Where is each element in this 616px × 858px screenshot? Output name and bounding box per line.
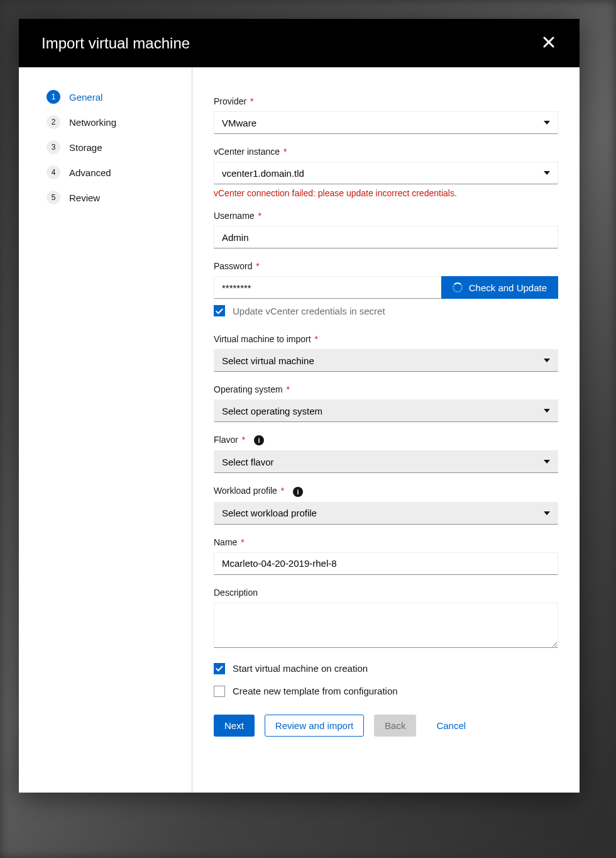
vcenter-label: vCenter instance * <box>214 147 558 157</box>
password-group: Password * Check and Update Update vCent… <box>214 261 558 316</box>
create-template-label: Create new template from configuration <box>233 686 398 696</box>
close-button[interactable] <box>541 34 557 52</box>
info-icon[interactable]: i <box>254 435 264 445</box>
name-input-wrap <box>214 552 558 575</box>
start-vm-row: Start virtual machine on creation <box>214 663 558 674</box>
vm-import-label: Virtual machine to import * <box>214 334 558 344</box>
modal-header: Import virtual machine <box>19 19 580 67</box>
update-secret-label: Update vCenter credentials in secret <box>233 306 385 316</box>
chevron-down-icon <box>544 409 550 413</box>
step-number: 4 <box>47 165 60 179</box>
start-vm-checkbox[interactable] <box>214 663 225 674</box>
provider-select[interactable]: VMware <box>214 111 558 134</box>
flavor-label: Flavor * i <box>214 435 558 445</box>
next-button[interactable]: Next <box>214 715 255 737</box>
username-group: Username * <box>214 211 558 248</box>
back-button: Back <box>374 715 416 737</box>
os-select[interactable]: Select operating system <box>214 399 558 422</box>
wizard-footer: Next Review and import Back Cancel <box>214 715 558 737</box>
username-input[interactable] <box>222 232 550 243</box>
step-general[interactable]: 1 General <box>47 90 192 104</box>
vm-import-select[interactable]: Select virtual machine <box>214 349 558 372</box>
flavor-placeholder: Select flavor <box>222 457 274 467</box>
step-storage[interactable]: 3 Storage <box>47 140 192 154</box>
step-advanced[interactable]: 4 Advanced <box>47 165 192 179</box>
info-icon[interactable]: i <box>293 487 303 497</box>
chevron-down-icon <box>544 460 550 464</box>
form-panel: Provider * VMware vCenter instance * vce… <box>192 67 580 793</box>
password-label: Password * <box>214 261 558 271</box>
provider-group: Provider * VMware <box>214 96 558 134</box>
vcenter-error: vCenter connection failed: please update… <box>214 188 558 198</box>
create-template-checkbox[interactable] <box>214 686 225 697</box>
import-vm-modal: Import virtual machine 1 General 2 Netwo… <box>19 19 580 793</box>
flavor-group: Flavor * i Select flavor <box>214 435 558 473</box>
vcenter-value: vcenter1.domain.tld <box>222 168 304 179</box>
chevron-down-icon <box>544 359 550 362</box>
vcenter-group: vCenter instance * vcenter1.domain.tld v… <box>214 147 558 198</box>
workload-select[interactable]: Select workload profile <box>214 502 558 525</box>
step-label: Advanced <box>69 167 111 178</box>
name-label: Name * <box>214 537 558 547</box>
step-networking[interactable]: 2 Networking <box>47 115 192 129</box>
password-input[interactable] <box>222 282 433 293</box>
chevron-down-icon <box>544 511 550 515</box>
workload-group: Workload profile * i Select workload pro… <box>214 486 558 524</box>
update-secret-row: Update vCenter credentials in secret <box>214 305 558 316</box>
update-secret-checkbox[interactable] <box>214 305 225 316</box>
flavor-select[interactable]: Select flavor <box>214 450 558 473</box>
description-textarea[interactable] <box>214 603 558 648</box>
chevron-down-icon <box>544 121 550 125</box>
close-icon <box>543 36 554 48</box>
step-number: 1 <box>47 90 60 104</box>
username-input-wrap <box>214 226 558 248</box>
vm-import-placeholder: Select virtual machine <box>222 355 314 366</box>
create-template-row: Create new template from configuration <box>214 686 558 697</box>
step-number: 5 <box>47 191 60 204</box>
step-label: Networking <box>69 117 116 128</box>
os-label: Operating system * <box>214 384 558 394</box>
cancel-button[interactable]: Cancel <box>426 715 476 736</box>
step-label: Review <box>69 192 100 203</box>
name-group: Name * <box>214 537 558 575</box>
workload-placeholder: Select workload profile <box>222 508 317 518</box>
step-label: Storage <box>69 142 102 153</box>
step-number: 3 <box>47 140 60 154</box>
step-label: General <box>69 92 102 103</box>
modal-title: Import virtual machine <box>41 35 190 52</box>
step-review[interactable]: 5 Review <box>47 191 192 204</box>
check-update-button[interactable]: Check and Update <box>441 276 558 299</box>
review-import-button[interactable]: Review and import <box>265 715 364 737</box>
start-vm-label: Start virtual machine on creation <box>233 663 368 674</box>
os-group: Operating system * Select operating syst… <box>214 384 558 422</box>
vcenter-select[interactable]: vcenter1.domain.tld <box>214 162 558 184</box>
username-label: Username * <box>214 211 558 221</box>
spinner-icon <box>453 282 463 292</box>
provider-value: VMware <box>222 118 256 128</box>
step-number: 2 <box>47 115 60 129</box>
chevron-down-icon <box>544 171 550 175</box>
description-group: Description <box>214 588 558 650</box>
workload-label: Workload profile * i <box>214 486 558 496</box>
description-label: Description <box>214 588 558 598</box>
os-placeholder: Select operating system <box>222 406 322 416</box>
wizard-sidebar: 1 General 2 Networking 3 Storage 4 Advan… <box>19 67 192 793</box>
modal-body: 1 General 2 Networking 3 Storage 4 Advan… <box>19 67 580 793</box>
check-button-label: Check and Update <box>469 282 547 293</box>
vm-import-group: Virtual machine to import * Select virtu… <box>214 334 558 372</box>
name-input[interactable] <box>222 558 550 569</box>
provider-label: Provider * <box>214 96 558 106</box>
password-input-wrap <box>214 276 441 299</box>
